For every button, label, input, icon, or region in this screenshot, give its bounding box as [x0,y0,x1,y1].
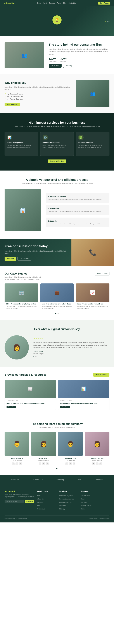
process-content: 👔 1. Analysis & Research Lorem ipsum dol… [5,189,109,231]
footer-co-3: Careers [81,501,109,503]
footer-logo: ● Consaltip [5,490,34,493]
step-1-desc: Lorem ipsum dolor sit amet consectetur a… [48,198,107,200]
why-list: Top Guaranteed Results Team of Industry … [5,93,72,100]
team-2-facebook-icon[interactable]: f [39,462,41,465]
t-dot-1[interactable] [33,356,34,357]
article-2-image: 📊 [58,380,109,398]
footer-svc-2: Process Development [59,498,78,500]
team-3-twitter-icon[interactable]: t [69,462,72,465]
nav-links: Home About Services Pages Blog Contact U… [37,2,76,4]
t-dot-2[interactable] [35,356,36,357]
case-card-1: 🏢 Oklo - Production for long lasting rel… [5,284,38,311]
footer-bottom-links: Privacy Policy Terms of Service [89,518,109,520]
team-social-3: f t in [58,462,83,465]
footer-subscribe-btn[interactable]: Subscribe [25,500,34,503]
partner-logo-2: SEMORED © [33,479,43,480]
footer-privacy-link[interactable]: Privacy Policy [89,518,97,520]
step-3-title: 3. Launch [48,220,107,222]
testimonial-quote: Lorem ipsum dolor sit amet consectetur a… [33,342,109,349]
team-3-linkedin-icon[interactable]: in [73,462,75,465]
footer-grid: ● Consaltip Lorem ipsum dolor sit amet c… [5,490,109,511]
footer-brand-col: ● Consaltip Lorem ipsum dolor sit amet c… [5,490,34,511]
case-dot-2[interactable] [56,313,58,314]
footer-terms-link[interactable]: Terms of Service [99,518,109,520]
testimonial-text: ★★★★★ Lorem ipsum dolor sit amet consect… [33,338,109,357]
team-2-twitter-icon[interactable]: t [42,462,45,465]
team-1-facebook-icon[interactable]: f [12,462,15,465]
cases-heading: Our Case Studies [5,272,42,275]
footer-logo-text: Consaltip [6,490,16,493]
team-subtitle: Lorem ipsum dolor sit amet consectetur a… [5,426,109,428]
footer-newsletter: Subscribe [5,500,34,503]
team-2-linkedin-icon[interactable]: in [46,462,49,465]
cases-header: Our Case Studies Lorem ipsum dolor sit a… [5,272,109,280]
stat-projects-num: 1200+ [49,57,57,60]
consult-services-btn[interactable]: Our Services [18,257,31,260]
nav-blog[interactable]: Blog [63,2,66,4]
team-card-1: 👨 Ralph Edwards CEO & Founder f t in [5,432,29,465]
partner-logo-5: Consaltip [95,479,103,480]
why-list-item-1: Top Guaranteed Results [5,93,72,95]
testimonial-content: 👩 ★★★★★ Lorem ipsum dolor sit amet conse… [5,335,109,360]
footer-bottom: © 2024 Consaltip. All rights reserved. P… [5,515,109,520]
footer-co-5: Terms [81,508,109,510]
testimonial-dots [33,356,109,357]
footer-link-blog: Blog [37,504,56,506]
stat-revenue: 300M Revenue [60,57,67,62]
service-card-1: 📊 Project Management Lorem ipsum dolor s… [5,132,38,156]
team-card-4: 👩 Kathryn Murphy Project Manager f t in [85,432,109,465]
testimonial-author: Jonas smith [33,351,109,353]
team-1-twitter-icon[interactable]: t [16,462,18,465]
process-section: A simple yet powerful and efficient proc… [0,170,114,239]
team-4-linkedin-icon[interactable]: in [99,462,102,465]
nav-about[interactable]: About [43,2,47,4]
why-heading: Why choose us? [5,81,72,84]
article-1-read-btn[interactable]: Read More [7,406,16,408]
why-btn[interactable]: More About Us [5,103,20,106]
article-1-image: 📰 [5,380,56,398]
case-2-title: Aren - Project we take over with real us… [42,303,72,305]
team-avatar-2: 👩 [31,432,56,456]
services-section: High-impact services for your business L… [0,114,114,170]
consult-image: 📞 [72,239,114,266]
cases-browse-btn[interactable]: Browse All Cases [95,272,109,276]
partner-logo-3: Consaltip [56,479,64,480]
story-btn2[interactable]: Our Story [63,64,74,68]
hero-dot-2[interactable] [107,21,108,22]
t-dot-3[interactable] [36,356,37,357]
process-step-2: 2. Execution Lorem ipsum dolor sit amet … [46,205,109,215]
consult-book-btn[interactable]: Book Now [5,257,16,260]
trophy-icon: 🏆 [55,18,59,22]
case-card-2: 💼 Aren - Project we take over with real … [40,284,74,311]
service-card-3: ✅ Quality Assurance Lorem ipsum dolor si… [76,132,109,156]
articles-more-btn[interactable]: More Resources [93,373,109,376]
service-card-2: ⚙️ Process Development Lorem ipsum dolor… [40,132,74,156]
hero-dot-1[interactable] [105,21,106,22]
process-heading: A simple yet powerful and efficient proc… [5,178,109,182]
nav-services[interactable]: Services [49,2,55,4]
team-dots [5,468,109,469]
article-2-read-btn[interactable]: Read More [60,406,70,408]
nav-contact[interactable]: Contact Us [68,2,76,4]
team-1-linkedin-icon[interactable]: in [19,462,22,465]
team-4-twitter-icon[interactable]: t [96,462,98,465]
nav-home[interactable]: Home [37,2,41,4]
team-dot-1[interactable] [56,468,57,469]
nav-pages[interactable]: Pages [57,2,61,4]
case-dot-1[interactable] [55,313,56,314]
nav-cta-button[interactable]: Get in Touch [98,2,110,4]
footer-desc: Lorem ipsum dolor sit amet consectetur a… [5,494,34,498]
hero-dot-3[interactable] [108,21,109,22]
article-1-title: How to grow up your business worldwide e… [7,402,54,404]
services-browse-btn[interactable]: Browse All Services [47,160,66,163]
process-image: 👔 [5,189,41,231]
footer-email-input[interactable] [5,500,24,503]
services-cards: 📊 Project Management Lorem ipsum dolor s… [5,132,109,156]
story-btn1[interactable]: Get In Touch [49,64,62,68]
team-3-facebook-icon[interactable]: f [65,462,68,465]
cases-desc: Lorem ipsum dolor sit amet consectetur a… [5,276,42,280]
team-dot-2[interactable] [57,468,58,469]
case-dot-3[interactable] [58,313,59,314]
team-4-facebook-icon[interactable]: f [92,462,95,465]
article-cards: 📰 27 Aug · 5 min read How to grow up you… [5,380,109,410]
